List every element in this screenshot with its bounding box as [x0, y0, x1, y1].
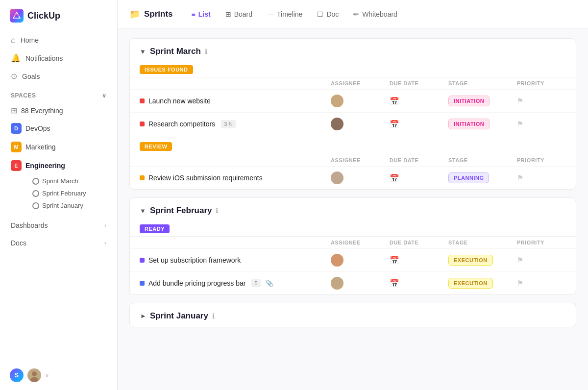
tab-list[interactable]: ≡ List [185, 6, 218, 22]
col-due-date: DUE DATE [390, 240, 448, 245]
sidebar-item-goals[interactable]: ⊙ Goals [5, 67, 112, 85]
chevron-right-icon: › [104, 222, 106, 229]
user-avatar-photo [27, 368, 41, 382]
spaces-label: Spaces [11, 92, 36, 99]
due-date-cell[interactable]: 📅 [390, 120, 448, 129]
sidebar-item-docs[interactable]: Docs › [5, 234, 112, 252]
tab-whiteboard[interactable]: ✏ Whiteboard [346, 6, 404, 22]
col-due-date: DUE DATE [390, 157, 448, 163]
col-stage: STAGE [448, 157, 517, 163]
sidebar-item-notifications[interactable]: 🔔 Notifications [5, 49, 112, 67]
sprint-january-info-icon[interactable]: ℹ [212, 312, 215, 320]
task-status-dot [140, 258, 145, 263]
stage-badge: INITIATION [448, 119, 490, 129]
task-subtask-count[interactable]: 5 [251, 279, 260, 287]
svg-point-10 [335, 279, 340, 284]
task-name-area: Set up subscription framework [140, 256, 331, 264]
task-label[interactable]: Set up subscription framework [148, 256, 241, 264]
engineering-label: Engineering [25, 162, 65, 170]
sidebar-sprint-february[interactable]: Sprint February [26, 187, 112, 199]
due-date-cell[interactable]: 📅 [390, 97, 448, 106]
sprint-march-block: ▼ Sprint March ℹ ISSUES FOUND ASSIGNEE D… [129, 38, 576, 190]
sidebar-item-devops[interactable]: D DevOps [5, 119, 112, 138]
sprint-february-info-icon[interactable]: ℹ [216, 207, 218, 215]
sprint-february-header: ▼ Sprint February ℹ [130, 198, 576, 221]
stage-cell: INITIATION [448, 119, 517, 129]
flag-icon[interactable]: ⚑ [517, 173, 523, 182]
tab-whiteboard-label: Whiteboard [362, 10, 397, 18]
timeline-icon: — [267, 10, 274, 18]
page-title: Sprints [144, 9, 173, 19]
sprint-february-title: Sprint February [150, 206, 212, 216]
table-header-issues: ASSIGNEE DUE DATE STAGE PRIORITY [130, 77, 576, 89]
sidebar-sprint-january[interactable]: Sprint January [26, 199, 112, 212]
sidebar-item-engineering[interactable]: E Engineering [5, 156, 112, 175]
task-label[interactable]: Add bundle pricing progress bar [148, 279, 245, 287]
grid-icon: ⊞ [11, 106, 17, 115]
board-icon: ⊞ [225, 10, 231, 18]
tab-doc[interactable]: ☐ Doc [310, 6, 345, 22]
assignee-cell [331, 95, 390, 107]
avatar [331, 277, 343, 290]
col-priority: PRIORITY [517, 80, 566, 86]
task-subtask-count[interactable]: 3 ↻ [221, 120, 236, 128]
flag-icon[interactable]: ⚑ [517, 279, 523, 288]
task-label[interactable]: Launch new website [148, 97, 211, 105]
due-date-cell[interactable]: 📅 [390, 279, 448, 288]
sidebar-item-everything[interactable]: ⊞ 88 Everything [5, 102, 112, 119]
task-label[interactable]: Research competitors [148, 120, 215, 128]
sprint-march-info-icon[interactable]: ℹ [205, 48, 207, 55]
sprint-january-collapse-btn[interactable]: ▼ [139, 313, 147, 319]
sidebar-item-home[interactable]: ⌂ Home [5, 31, 112, 49]
sprint-label: Sprint February [42, 190, 86, 197]
stage-badge: INITIATION [448, 96, 490, 106]
stage-cell: PLANNING [448, 172, 517, 183]
table-row: Review iOS submission requirements 📅 PLA… [130, 166, 576, 189]
sidebar-item-label: Goals [22, 73, 40, 80]
sprint-march-header: ▼ Sprint March ℹ [130, 39, 576, 62]
flag-icon[interactable]: ⚑ [517, 256, 523, 265]
sidebar-bottom: Dashboards › Docs › [0, 217, 117, 252]
sprint-march-collapse-btn[interactable]: ▼ [140, 48, 146, 55]
svg-point-11 [333, 285, 341, 290]
col-task [140, 80, 331, 86]
sidebar-item-marketing[interactable]: M Marketing [5, 138, 112, 156]
sidebar-nav: ⌂ Home 🔔 Notifications ⊙ Goals [0, 31, 117, 85]
sprint-february-collapse-btn[interactable]: ▼ [140, 207, 146, 215]
priority-cell: ⚑ [517, 97, 566, 105]
table-row: Research competitors 3 ↻ 📅 INITIATION [130, 112, 576, 135]
sidebar-item-dashboards[interactable]: Dashboards › [5, 217, 112, 234]
flag-icon[interactable]: ⚑ [517, 97, 523, 105]
everything-label: 88 Everything [21, 107, 63, 115]
logo-icon [10, 9, 24, 23]
assignee-cell [331, 171, 390, 184]
sprint-dot-icon [32, 190, 39, 197]
review-label: REVIEW [140, 142, 172, 151]
sprint-dot-icon [32, 202, 39, 209]
tab-board[interactable]: ⊞ Board [219, 6, 259, 22]
chevron-right-icon: › [104, 240, 106, 246]
list-icon: ≡ [192, 10, 196, 18]
sidebar-item-label: Home [21, 36, 39, 44]
stage-cell: EXECUTION [448, 278, 517, 289]
flag-icon[interactable]: ⚑ [517, 120, 523, 128]
tab-timeline[interactable]: — Timeline [260, 6, 309, 22]
table-row: Set up subscription framework 📅 EXECUTIO… [130, 248, 576, 271]
page-title-area: 📁 Sprints [129, 9, 173, 20]
sidebar-sprint-march[interactable]: Sprint March [26, 175, 112, 187]
stage-badge: EXECUTION [448, 278, 493, 289]
user-avatar-s: S [10, 368, 24, 382]
content-area: ▼ Sprint March ℹ ISSUES FOUND ASSIGNEE D… [118, 28, 588, 390]
svg-point-5 [333, 126, 341, 130]
due-date-cell[interactable]: 📅 [390, 256, 448, 265]
due-date-cell[interactable]: 📅 [390, 173, 448, 183]
tab-board-label: Board [234, 10, 252, 18]
user-menu-chevron[interactable]: ∨ [45, 372, 49, 379]
col-stage: STAGE [448, 80, 517, 86]
task-label[interactable]: Review iOS submission requirements [148, 174, 263, 182]
devops-badge: D [11, 123, 22, 134]
issues-found-group: ISSUES FOUND [130, 62, 576, 77]
avatar [331, 171, 343, 184]
task-status-dot [140, 281, 145, 286]
ready-label: READY [140, 224, 170, 233]
